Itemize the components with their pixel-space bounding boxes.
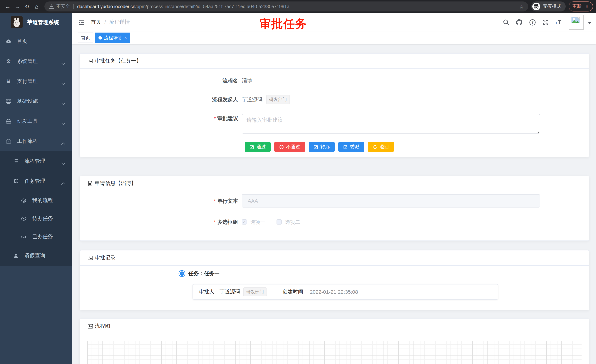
- monitor-icon: [5, 98, 12, 104]
- font-size-icon[interactable]: TT: [555, 19, 563, 26]
- eye-open-icon: [20, 216, 27, 221]
- sidebar-item-process-mgmt[interactable]: 流程管理: [0, 151, 72, 171]
- starter-value: 芋道源码 研发部门: [242, 95, 290, 104]
- org-tree-icon: [13, 178, 19, 184]
- checkbox-option1: ✓ 选项一: [242, 218, 265, 226]
- chevron-down-icon: [61, 120, 66, 126]
- incognito-icon: [532, 3, 540, 10]
- address-bar[interactable]: 不安全 dashboard.yudao.iocoder.cn /bpm/proc…: [45, 1, 528, 11]
- sidebar-item-leave-query[interactable]: 请假查询: [0, 246, 72, 266]
- eye-closed-icon: [20, 234, 27, 240]
- sidebar-item-label: 请假查询: [24, 252, 45, 259]
- bpmn-grid-canvas[interactable]: [87, 341, 581, 364]
- chevron-down-icon: [61, 80, 66, 86]
- sidebar-item-system[interactable]: ⚙ 系统管理: [0, 51, 72, 71]
- checkbox-checked-icon: ✓: [242, 219, 247, 225]
- suggest-textarea[interactable]: [242, 114, 540, 134]
- close-icon[interactable]: ×: [124, 36, 127, 40]
- sidebar-item-label: 基础设施: [17, 98, 38, 105]
- card-title: 申请信息【滔博】: [95, 180, 136, 187]
- approval-task-card: 审批任务【任务一】 流程名 滔博 流程发起人 芋道源码: [80, 53, 589, 157]
- sidebar-item-home[interactable]: 首页: [0, 31, 72, 51]
- sidebar-item-my-process[interactable]: 我的流程: [0, 191, 72, 209]
- forward-icon[interactable]: →: [13, 2, 22, 11]
- button-label: 通过: [257, 144, 266, 150]
- single-line-text-input: [242, 194, 540, 208]
- sidebar-logo-row[interactable]: 芋道管理系统: [0, 13, 72, 31]
- tab-process-detail[interactable]: 流程详情 ×: [95, 33, 130, 43]
- sidebar-item-task-mgmt[interactable]: 任务管理: [0, 171, 72, 191]
- warning-icon: [49, 4, 54, 9]
- card-header: 审批任务【任务一】: [80, 54, 589, 69]
- breadcrumb-separator: /: [104, 19, 106, 25]
- card-title: 流程图: [95, 323, 110, 330]
- search-icon[interactable]: [503, 19, 509, 26]
- button-label: 委派: [350, 144, 359, 150]
- sidebar-item-label: 我的流程: [32, 197, 53, 204]
- approve-button[interactable]: 通过: [245, 142, 271, 152]
- process-name-value: 滔博: [242, 76, 252, 85]
- menu-dots-icon[interactable]: ⋮: [585, 4, 589, 9]
- svg-text:?: ?: [531, 20, 534, 24]
- approver-label: 审批人：: [199, 289, 220, 295]
- picture-outline-icon: [87, 323, 93, 329]
- starter-label: 流程发起人: [197, 95, 238, 104]
- dashboard-icon: [5, 38, 12, 44]
- document-icon: [87, 181, 93, 186]
- checkbox-label: 选项一: [250, 218, 265, 226]
- back-icon[interactable]: ←: [3, 2, 13, 11]
- checkbox-option2: 选项二: [276, 218, 300, 226]
- process-diagram-card: 流程图: [80, 319, 589, 364]
- sidebar-item-pay[interactable]: ¥ 支付管理: [0, 71, 72, 91]
- create-time-label: 创建时间：: [283, 289, 308, 295]
- breadcrumb-home[interactable]: 首页: [91, 19, 101, 26]
- home-icon[interactable]: ⌂: [32, 2, 41, 11]
- user-icon: [13, 253, 19, 259]
- button-label: 不通过: [286, 144, 300, 150]
- sidebar-submenu-workflow: 流程管理 任务管理 我的流程: [0, 151, 72, 266]
- face-icon: [20, 197, 27, 203]
- avatar[interactable]: [569, 15, 584, 29]
- github-icon[interactable]: [516, 19, 523, 26]
- sidebar-item-label: 工作流程: [17, 138, 38, 145]
- sidebar-item-done-tasks[interactable]: 已办任务: [0, 227, 72, 246]
- sidebar-collapse-icon[interactable]: [72, 19, 85, 26]
- bookmark-star-icon[interactable]: ☆: [516, 4, 524, 9]
- picture-outline-icon: [87, 255, 93, 261]
- url-host: dashboard.yudao.iocoder.cn: [77, 4, 135, 9]
- help-icon[interactable]: ?: [529, 19, 536, 26]
- breadcrumb: 首页 / 流程详情: [91, 19, 130, 26]
- sidebar-item-label: 已办任务: [32, 233, 53, 240]
- tab-label: 流程详情: [104, 35, 122, 41]
- transfer-button[interactable]: 转办: [309, 142, 335, 152]
- picture-outline-icon: [87, 58, 93, 64]
- sidebar-item-devtools[interactable]: 研发工具: [0, 111, 72, 131]
- card-body: 流程名 滔博 流程发起人 芋道源码 研发部门: [80, 69, 589, 157]
- sidebar-item-infra[interactable]: 基础设施: [0, 91, 72, 111]
- dept-tag: 研发部门: [243, 287, 267, 296]
- return-button[interactable]: 退回: [368, 142, 394, 152]
- chevron-up-icon: [61, 180, 66, 186]
- fullscreen-icon[interactable]: [542, 19, 549, 26]
- delegate-button[interactable]: 委派: [338, 142, 364, 152]
- sidebar-item-label: 研发工具: [17, 118, 38, 125]
- process-name-label: 流程名: [197, 76, 238, 85]
- caret-down-icon[interactable]: [588, 19, 592, 26]
- gear-icon: ⚙: [5, 58, 12, 64]
- svg-text:T: T: [558, 19, 561, 25]
- reload-icon[interactable]: ↻: [22, 2, 32, 11]
- card-body: 任务：任务一 审批人： 芋道源码 研发部门 创建时间： 2022-01-21 2…: [80, 266, 589, 310]
- main-area: 首页 / 流程详情 审批任务 ?: [72, 13, 596, 364]
- app-title: 芋道管理系统: [27, 19, 59, 26]
- sidebar: 芋道管理系统 首页 ⚙ 系统管理 ¥ 支付管理: [0, 13, 72, 364]
- sidebar-item-todo-tasks[interactable]: 待办任务: [0, 209, 72, 227]
- navbar: 首页 / 流程详情 审批任务 ?: [72, 13, 596, 31]
- text-field-label: 单行文本: [197, 194, 238, 208]
- tab-home[interactable]: 首页: [78, 33, 93, 43]
- reject-button[interactable]: 不通过: [274, 142, 305, 152]
- update-button[interactable]: 更新 ⋮: [569, 1, 593, 11]
- sidebar-item-workflow[interactable]: 工作流程: [0, 131, 72, 151]
- tags-view: 首页 流程详情 ×: [72, 31, 596, 44]
- chevron-down-icon: [61, 160, 66, 166]
- app-logo: [11, 16, 22, 28]
